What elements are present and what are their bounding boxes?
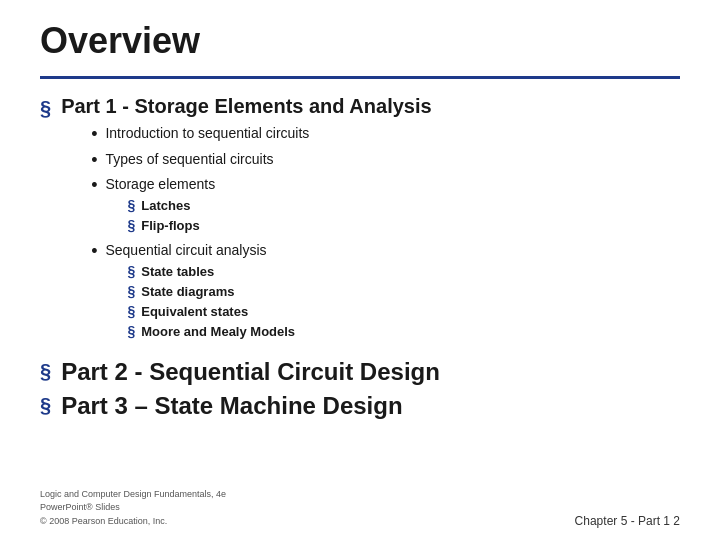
bullet-analysis: • Sequential circuit analysis § State ta… xyxy=(91,241,432,343)
sub-text-state-tables: State tables xyxy=(141,263,214,281)
sub-bullet-moore: § xyxy=(127,323,135,339)
part1-section: § Part 1 - Storage Elements and Analysis… xyxy=(40,95,680,348)
sub-state-tables: § State tables xyxy=(127,263,295,281)
sub-bullet-equivalent: § xyxy=(127,303,135,319)
sub-equivalent-states: § Equivalent states xyxy=(127,303,295,321)
part3-bullet: § xyxy=(40,394,51,417)
part2-bullet: § xyxy=(40,360,51,383)
sub-bullet-state-tables: § xyxy=(127,263,135,279)
sub-flipflops: § Flip-flops xyxy=(127,217,215,235)
bullet-dot-1: • xyxy=(91,124,97,146)
bullet-introduction: • Introduction to sequential circuits xyxy=(91,124,432,146)
sub-text-latches: Latches xyxy=(141,197,190,215)
part1-content: • Introduction to sequential circuits • … xyxy=(91,124,432,344)
part2-title: Part 2 - Sequential Circuit Design xyxy=(61,358,440,386)
footer-line3: © 2008 Pearson Education, Inc. xyxy=(40,515,226,529)
sub-bullet-flipflops: § xyxy=(127,217,135,233)
slide: Overview § Part 1 - Storage Elements and… xyxy=(0,0,720,540)
sub-bullet-latches: § xyxy=(127,197,135,213)
sub-text-flipflops: Flip-flops xyxy=(141,217,200,235)
sub-text-moore: Moore and Mealy Models xyxy=(141,323,295,341)
bullet-dot-4: • xyxy=(91,241,97,263)
footer-line1: Logic and Computer Design Fundamentals, … xyxy=(40,488,226,502)
bullet-text-2: Types of sequential circuits xyxy=(105,150,273,170)
bullet-text-3: Storage elements xyxy=(105,176,215,192)
part3-section: § Part 3 – State Machine Design xyxy=(40,392,680,420)
footer: Logic and Computer Design Fundamentals, … xyxy=(40,488,680,529)
sub-text-equivalent: Equivalent states xyxy=(141,303,248,321)
bullet-dot-2: • xyxy=(91,150,97,172)
bullet-text-4: Sequential circuit analysis xyxy=(105,242,266,258)
bullet-types: • Types of sequential circuits xyxy=(91,150,432,172)
footer-left: Logic and Computer Design Fundamentals, … xyxy=(40,488,226,529)
part1-title: Part 1 - Storage Elements and Analysis xyxy=(61,95,432,118)
sub-latches: § Latches xyxy=(127,197,215,215)
part1-bullet: § xyxy=(40,97,51,120)
storage-sub-items: § Latches § Flip-flops xyxy=(127,197,215,235)
bullet-storage: • Storage elements § Latches § Flip-flop… xyxy=(91,175,432,237)
footer-right: Chapter 5 - Part 1 2 xyxy=(575,514,680,528)
part2-section: § Part 2 - Sequential Circuit Design xyxy=(40,358,680,386)
sub-moore-mealy: § Moore and Mealy Models xyxy=(127,323,295,341)
sub-state-diagrams: § State diagrams xyxy=(127,283,295,301)
bullet-text-1: Introduction to sequential circuits xyxy=(105,124,309,144)
footer-line2: PowerPoint® Slides xyxy=(40,501,226,515)
sub-text-state-diagrams: State diagrams xyxy=(141,283,234,301)
part3-title: Part 3 – State Machine Design xyxy=(61,392,402,420)
title-divider xyxy=(40,76,680,79)
sub-bullet-state-diagrams: § xyxy=(127,283,135,299)
bullet-dot-3: • xyxy=(91,175,97,197)
page-title: Overview xyxy=(40,20,680,68)
analysis-sub-items: § State tables § State diagrams § Equiva… xyxy=(127,263,295,342)
